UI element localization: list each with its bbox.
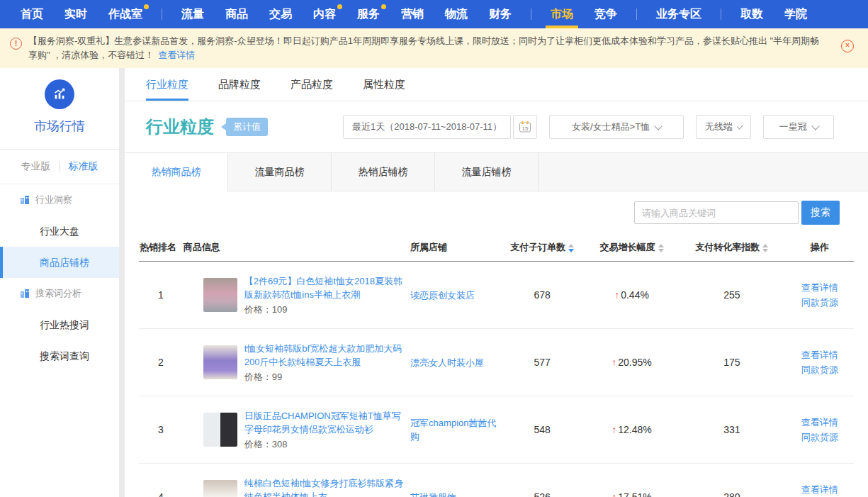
nav-item-realtime[interactable]: 实时 [54, 0, 98, 28]
sort-icon[interactable] [658, 244, 664, 252]
col-header-label: 交易增长幅度 [600, 242, 655, 252]
nav-label: 取数 [740, 8, 763, 20]
same-supply-link[interactable]: 同款货源 [786, 295, 853, 310]
nav-label: 商品 [225, 8, 248, 20]
nav-item-academy[interactable]: 学院 [774, 0, 818, 28]
sidebar-item-search-word-query[interactable]: 搜索词查询 [0, 340, 119, 372]
conversion-cell: 331 [678, 396, 785, 464]
terminal-dropdown[interactable]: 无线端 [696, 115, 751, 139]
category-dropdown[interactable]: 女装/女士精品>T恤 [549, 115, 684, 139]
product-thumbnail[interactable] [203, 278, 237, 312]
growth-cell: ↑12.48% [585, 396, 678, 464]
product-cell: t恤女短袖韩版bf宽松超大款加肥加大码200斤中长款纯棉夏天上衣服 价格：99 [184, 342, 409, 384]
subtab-hot-products[interactable]: 热销商品榜 [125, 153, 228, 191]
nav-label: 内容 [313, 8, 336, 20]
nav-item-finance[interactable]: 财务 [478, 0, 522, 28]
view-details-link[interactable]: 查看详情 [786, 482, 853, 497]
rank-cell: 3 [139, 396, 183, 464]
version-standard[interactable]: 标准版 [69, 160, 98, 173]
product-title-link[interactable]: 【2件69元】白色短袖t恤女2018夏装韩版新款韩范t恤ins半袖上衣潮 [244, 274, 406, 301]
keyword-search-input[interactable] [634, 201, 799, 224]
nav-label: 首页 [21, 8, 43, 20]
tab-attribute-granularity[interactable]: 属性粒度 [363, 68, 405, 101]
same-supply-link[interactable]: 同款货源 [786, 362, 853, 377]
nav-item-data-fetch[interactable]: 取数 [730, 0, 774, 28]
rank-subtabs: 热销商品榜 流量商品榜 热销店铺榜 流量店铺榜 [125, 152, 868, 191]
sort-icon[interactable] [568, 244, 574, 252]
subtab-hot-shops[interactable]: 热销店铺榜 [332, 153, 435, 191]
view-details-link[interactable]: 查看详情 [158, 50, 195, 60]
product-title-link[interactable]: 纯棉白色短袖t恤女修身打底衫韩版紧身纯色棉半袖体恤上衣 [244, 476, 406, 497]
nav-item-content[interactable]: 内容 [303, 0, 346, 28]
col-header-growth[interactable]: 交易增长幅度 [585, 234, 678, 262]
sidebar-item-product-shop-rank[interactable]: 商品店铺榜 [0, 247, 119, 278]
growth-value: 12.48% [618, 424, 651, 435]
product-thumbnail[interactable] [203, 480, 237, 497]
table-row: 2 t恤女短袖韩版bf宽松超大款加肥加大码200斤中长款纯棉夏天上衣服 价格：9… [139, 329, 854, 396]
sidebar-gap [119, 68, 125, 497]
product-thumbnail[interactable] [203, 345, 237, 379]
sidebar-item-industry-overview[interactable]: 行业大盘 [0, 216, 119, 247]
nav-item-marketing[interactable]: 营销 [390, 0, 434, 28]
same-supply-link[interactable]: 同款货源 [786, 430, 853, 445]
growth-value: 0.44% [621, 289, 649, 301]
shop-link[interactable]: 艾琳雅服饰 [410, 491, 456, 497]
sort-icon[interactable] [762, 244, 768, 252]
col-header-label: 支付子订单数 [510, 242, 565, 252]
main-content: 行业粒度 品牌粒度 产品粒度 属性粒度 行业粒度 累计值 最近1天（2018-0… [125, 68, 868, 497]
subtab-traffic-products[interactable]: 流量商品榜 [228, 153, 332, 191]
search-button[interactable]: 搜索 [801, 201, 840, 225]
shop-level-value: 一皇冠 [779, 121, 807, 133]
shop-level-dropdown[interactable]: 一皇冠 [763, 115, 834, 139]
tab-product-granularity[interactable]: 产品粒度 [291, 68, 333, 101]
col-header-conversion[interactable]: 支付转化率指数 [678, 234, 785, 262]
chevron-down-icon [654, 122, 662, 130]
tab-industry-granularity[interactable]: 行业粒度 [146, 68, 188, 101]
growth-cell: ↑0.44% [585, 262, 678, 329]
product-title-link[interactable]: 日版正品CHAMPION冠军短袖T恤草写字母印花男女情侣款宽松运动衫 [244, 409, 406, 436]
product-cell: 纯棉白色短袖t恤女修身打底衫韩版紧身纯色棉半袖体恤上衣 价格：88 [184, 476, 409, 497]
announcement-text: 【服务洞察-双重礼】生意参谋新品首发，服务洞察-众望登场！即日起订购产品1年周期… [28, 35, 819, 60]
product-thumbnail[interactable] [203, 413, 237, 447]
shop-link[interactable]: 漂亮女人时装小屋 [410, 356, 484, 369]
nav-item-warroom[interactable]: 作战室 [98, 0, 153, 28]
calendar-button[interactable]: 15 [513, 115, 537, 139]
date-range-selector[interactable]: 最近1天（2018-07-11~2018-07-11） [343, 115, 511, 139]
nav-label: 业务专区 [656, 8, 701, 20]
nav-label: 流量 [181, 8, 204, 20]
sidebar-item-hot-search-words[interactable]: 行业热搜词 [0, 309, 119, 340]
badge-label: 累计值 [226, 118, 268, 136]
nav-item-competition[interactable]: 竞争 [584, 0, 628, 28]
nav-item-traffic[interactable]: 流量 [171, 0, 215, 28]
shop-link[interactable]: 读恋原创女装店 [410, 289, 475, 302]
view-details-link[interactable]: 查看详情 [786, 415, 853, 430]
nav-divider [162, 9, 162, 20]
buildings-icon [20, 195, 30, 205]
nav-item-home[interactable]: 首页 [10, 0, 54, 28]
page-title: 行业粒度 [146, 116, 214, 138]
nav-item-products[interactable]: 商品 [215, 0, 259, 28]
close-icon[interactable]: × [841, 40, 854, 52]
arrow-up-icon: ↑ [611, 357, 616, 368]
version-pro[interactable]: 专业版 [21, 160, 51, 173]
product-price: 价格：109 [244, 303, 406, 316]
filter-bar: 最近1天（2018-07-11~2018-07-11） 15 女装/女士精品>T… [343, 115, 834, 139]
nav-item-market[interactable]: 市场 [540, 0, 584, 28]
view-details-link[interactable]: 查看详情 [786, 280, 853, 295]
product-title-link[interactable]: t恤女短袖韩版bf宽松超大款加肥加大码200斤中长款纯棉夏天上衣服 [244, 342, 406, 369]
date-filter-group: 最近1天（2018-07-11~2018-07-11） 15 [343, 115, 537, 139]
view-details-link[interactable]: 查看详情 [786, 347, 853, 362]
shop-link[interactable]: 冠军champion茜茜代购 [410, 416, 498, 443]
subtab-traffic-shops[interactable]: 流量店铺榜 [435, 153, 539, 191]
title-row: 行业粒度 累计值 最近1天（2018-07-11~2018-07-11） 15 [125, 101, 868, 152]
tab-brand-granularity[interactable]: 品牌粒度 [218, 68, 261, 101]
nav-item-business-zone[interactable]: 业务专区 [646, 0, 712, 28]
col-header-rank: 热销排名 [139, 234, 183, 262]
nav-item-services[interactable]: 服务 [346, 0, 390, 28]
search-row: 搜索 [125, 191, 868, 234]
nav-label: 市场 [551, 8, 573, 20]
version-switcher: 专业版 标准版 [0, 150, 119, 184]
nav-item-logistics[interactable]: 物流 [434, 0, 478, 28]
col-header-orders[interactable]: 支付子订单数 [499, 234, 585, 262]
nav-item-transactions[interactable]: 交易 [259, 0, 303, 28]
